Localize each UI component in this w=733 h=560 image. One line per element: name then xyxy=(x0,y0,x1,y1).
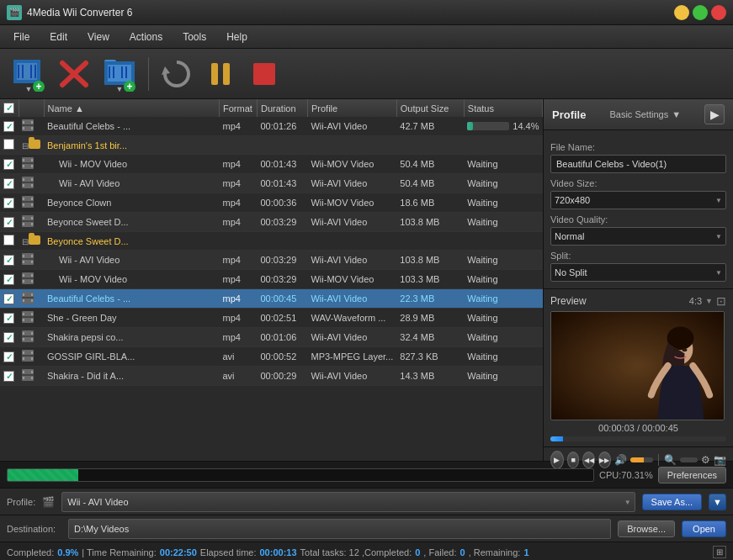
video-quality-select[interactable]: Normal xyxy=(550,227,726,246)
profile-select[interactable]: Wii - AVI Video xyxy=(61,492,635,512)
zoom-in-icon[interactable]: 🔍 xyxy=(664,454,677,466)
group-expand-icon[interactable]: ⊟ xyxy=(22,141,29,151)
preview-ratio-dropdown[interactable]: ▼ xyxy=(705,297,713,305)
table-row[interactable]: Wii - MOV Videomp400:01:43Wii-MOV Video5… xyxy=(0,155,543,174)
folder-icon xyxy=(29,140,40,149)
col-profile: Profile xyxy=(307,99,396,117)
row-checkbox[interactable] xyxy=(3,217,14,228)
profile-row-label: Profile: xyxy=(7,497,35,507)
add-folder-button[interactable]: + ▼ xyxy=(99,53,140,95)
svg-rect-91 xyxy=(31,351,33,354)
row-checkbox[interactable] xyxy=(3,371,14,382)
row-checkbox[interactable] xyxy=(3,255,14,266)
film-icon xyxy=(22,372,34,383)
row-checkbox[interactable] xyxy=(3,313,14,324)
table-row[interactable]: Beyonce Clownmp400:00:36Wii-MOV Video18.… xyxy=(0,193,543,213)
row-checkbox[interactable] xyxy=(3,351,14,362)
snapshot-icon[interactable]: 📷 xyxy=(714,454,726,466)
svg-rect-68 xyxy=(23,280,24,283)
menu-edit[interactable]: Edit xyxy=(40,28,77,46)
volume-slider[interactable] xyxy=(630,457,654,462)
file-scroll[interactable]: Name ▲ Format Duration Profile Output Si… xyxy=(0,99,543,461)
add-video-button[interactable]: + ▼ xyxy=(8,53,49,95)
row-format: mp4 xyxy=(219,117,257,136)
svg-rect-67 xyxy=(31,274,33,277)
svg-rect-78 xyxy=(23,313,24,315)
table-row[interactable]: Beautiful Celebs - ...mp400:01:26Wii-AVI… xyxy=(0,117,543,136)
file-name-input[interactable] xyxy=(550,155,726,173)
preview-ratio[interactable]: 4:3 xyxy=(689,296,702,306)
row-checkbox[interactable] xyxy=(3,332,14,343)
add-video-dropdown[interactable]: ▼ xyxy=(8,85,49,93)
preview-svg xyxy=(551,311,724,420)
preview-progress-row xyxy=(550,436,726,441)
pause-button[interactable] xyxy=(201,55,240,93)
close-button[interactable] xyxy=(711,5,726,20)
add-folder-dropdown[interactable]: ▼ xyxy=(99,85,140,93)
minimize-button[interactable] xyxy=(674,5,689,20)
row-checkbox[interactable] xyxy=(3,274,14,285)
row-format: mp4 xyxy=(219,270,257,289)
prev-frame-button[interactable]: ◀◀ xyxy=(582,452,595,468)
row-name: Beyonce Sweet D... xyxy=(44,232,219,251)
refresh-button[interactable] xyxy=(157,55,196,93)
table-row[interactable]: Beautiful Celebs - ...mp400:00:45Wii-AVI… xyxy=(0,289,543,309)
row-checkbox[interactable] xyxy=(3,178,14,189)
settings-area: File Name: Video Size: 720x480 Video Qua… xyxy=(544,130,733,288)
next-frame-button[interactable]: ▶▶ xyxy=(598,452,611,468)
row-checkbox[interactable] xyxy=(3,293,14,304)
remove-button[interactable] xyxy=(54,53,94,95)
menu-tools[interactable]: Tools xyxy=(173,28,216,46)
open-button[interactable]: Open xyxy=(682,520,726,537)
status-expand-icon[interactable]: ⊞ xyxy=(713,546,726,558)
destination-path-input[interactable] xyxy=(68,519,611,539)
settings-icon[interactable]: ⚙ xyxy=(701,454,710,466)
stop-button[interactable] xyxy=(245,55,284,93)
zoom-slider[interactable] xyxy=(680,457,698,462)
row-output-size: 103.8 MB xyxy=(396,251,464,270)
table-row[interactable]: GOSSIP GIRL-BLA...avi00:00:52MP3-MPEG La… xyxy=(0,347,543,367)
group-expand-icon[interactable]: ⊟ xyxy=(22,237,29,246)
save-dropdown-button[interactable]: ▼ xyxy=(709,494,726,510)
row-checkbox[interactable] xyxy=(3,159,14,170)
table-row[interactable]: Shakira - Did it A...avi00:00:29Wii-AVI … xyxy=(0,367,543,386)
basic-settings-selector[interactable]: Basic Settings ▼ xyxy=(609,109,681,119)
menu-help[interactable]: Help xyxy=(216,28,258,46)
table-row[interactable]: ⊟Beyonce Sweet D... xyxy=(0,232,543,251)
stop-ctrl-button[interactable]: ■ xyxy=(567,452,580,468)
preview-section: Preview 4:3 ▼ ⊡ xyxy=(544,288,733,446)
row-output-size: 28.9 MB xyxy=(396,309,464,328)
table-row[interactable]: Wii - AVI Videomp400:03:29Wii-AVI Video1… xyxy=(0,251,543,270)
video-size-select[interactable]: 720x480 xyxy=(550,191,726,209)
profile-nav-button[interactable]: ▶ xyxy=(704,104,725,124)
row-profile: Wii-AVI Video xyxy=(307,289,396,309)
row-checkbox[interactable] xyxy=(3,235,14,246)
menu-file[interactable]: File xyxy=(3,28,40,46)
video-size-wrapper: 720x480 xyxy=(550,191,726,209)
row-checkbox[interactable] xyxy=(3,139,14,150)
row-checkbox[interactable] xyxy=(3,198,14,209)
svg-rect-85 xyxy=(31,332,33,335)
play-button[interactable]: ▶ xyxy=(550,451,564,469)
table-row[interactable]: Wii - MOV Videomp400:03:29Wii-MOV Video1… xyxy=(0,270,543,289)
menu-actions[interactable]: Actions xyxy=(120,28,173,46)
col-duration: Duration xyxy=(257,99,307,117)
save-as-button[interactable]: Save As... xyxy=(642,494,703,510)
select-all-checkbox[interactable] xyxy=(3,103,14,114)
preview-expand-button[interactable]: ⊡ xyxy=(716,294,726,308)
table-row[interactable]: ⊟Benjamin's 1st bir... xyxy=(0,136,543,155)
table-row[interactable]: Wii - AVI Videomp400:01:43Wii-AVI Video5… xyxy=(0,174,543,193)
split-select[interactable]: No Split xyxy=(550,263,726,282)
table-row[interactable]: Shakira pepsi co...mp400:01:06Wii-AVI Vi… xyxy=(0,328,543,347)
svg-rect-79 xyxy=(31,313,33,315)
preferences-button[interactable]: Preferences xyxy=(658,467,726,483)
maximize-button[interactable] xyxy=(693,5,708,20)
table-row[interactable]: She - Green Daymp400:02:51WAV-Waveform .… xyxy=(0,309,543,328)
row-checkbox[interactable] xyxy=(3,121,14,132)
table-row[interactable]: Beyonce Sweet D...mp400:03:29Wii-AVI Vid… xyxy=(0,213,543,232)
menu-view[interactable]: View xyxy=(77,28,120,46)
row-profile: Wii-MOV Video xyxy=(307,193,396,213)
col-icon xyxy=(19,99,44,117)
browse-button[interactable]: Browse... xyxy=(618,520,675,537)
row-output-size: 32.4 MB xyxy=(396,328,464,347)
